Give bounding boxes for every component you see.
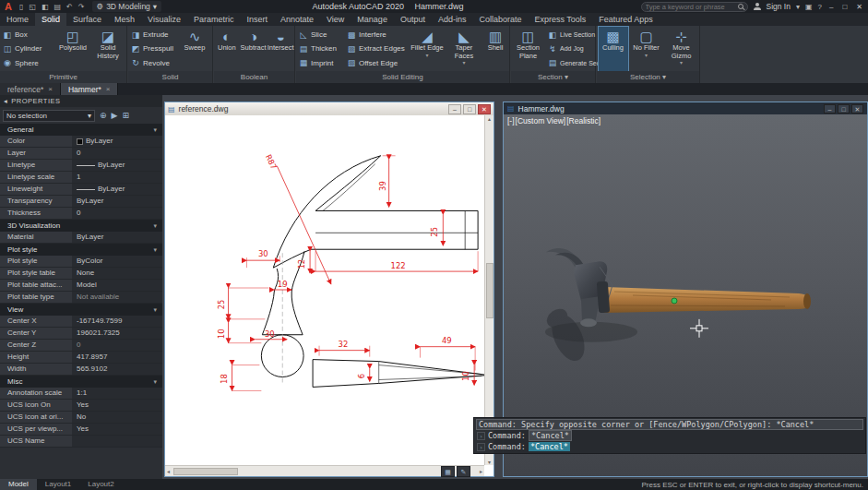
- tab-solid[interactable]: Solid: [35, 13, 66, 26]
- minimize-icon[interactable]: –: [448, 104, 461, 114]
- section-view[interactable]: View▾: [0, 304, 162, 316]
- command-history-line[interactable]: › Command: *Cancel*: [476, 430, 863, 441]
- scroll-left-icon[interactable]: ◂: [165, 468, 172, 474]
- shell-button[interactable]: ▥Shell: [482, 27, 508, 71]
- scrollbar-thumb[interactable]: [173, 468, 238, 475]
- property-value[interactable]: 1:1: [72, 388, 162, 399]
- property-value[interactable]: ByLayer: [72, 160, 162, 171]
- maximize-icon[interactable]: □: [838, 104, 850, 114]
- reference-drawing-canvas[interactable]: R87 39 25 30 12 122 19 25 10 30 32 49 18…: [165, 115, 484, 465]
- toggle-pickadd-icon[interactable]: ⊕: [100, 111, 107, 120]
- property-value[interactable]: Yes: [72, 424, 162, 435]
- box-button[interactable]: ◧Box: [1, 28, 54, 42]
- select-objects-icon[interactable]: ▶: [112, 111, 118, 120]
- cylinder-button[interactable]: ◫Cylinder: [1, 42, 54, 55]
- viewport-view-button[interactable]: [Custom View]: [516, 116, 566, 125]
- file-tab-reference[interactable]: reference*×: [0, 83, 61, 95]
- property-value[interactable]: ByLayer: [72, 184, 162, 195]
- tab-parametric[interactable]: Parametric: [187, 13, 241, 26]
- close-icon[interactable]: ✕: [856, 3, 862, 11]
- section-misc[interactable]: Misc▾: [0, 376, 162, 388]
- scroll-right-icon[interactable]: ▸: [478, 468, 484, 474]
- live-section-button[interactable]: ◧Live Section: [546, 28, 594, 42]
- help-icon[interactable]: ?: [818, 3, 822, 11]
- vertical-scrollbar[interactable]: ▴ ▾: [484, 115, 493, 465]
- hammer-window-titlebar[interactable]: ▤ Hammer.dwg – □ ✕: [504, 102, 867, 114]
- tab-insert[interactable]: Insert: [240, 13, 274, 26]
- section-plane-button[interactable]: ◫Section Plane: [511, 27, 545, 71]
- solid-history-button[interactable]: ◪Solid History: [90, 27, 125, 71]
- panel-label-solid-editing[interactable]: Solid Editing: [296, 71, 509, 83]
- scrollbar-thumb[interactable]: [486, 263, 493, 318]
- section-general[interactable]: General▾: [0, 124, 162, 136]
- app-logo-icon[interactable]: A: [0, 0, 17, 13]
- property-value[interactable]: None: [72, 268, 162, 279]
- grid-icon[interactable]: ▦: [441, 466, 455, 477]
- slice-button[interactable]: ◺Slice: [297, 28, 343, 42]
- app-store-icon[interactable]: ▣: [805, 3, 813, 11]
- viewport-style-button[interactable]: [Realistic]: [566, 116, 600, 125]
- tab-surface[interactable]: Surface: [66, 13, 108, 26]
- command-input-line[interactable]: › Command: *Cancel*: [476, 441, 863, 452]
- panel-label-section[interactable]: Section ▾: [511, 71, 595, 83]
- presspull-button[interactable]: ◩Presspull: [129, 42, 177, 55]
- tab-addins[interactable]: Add-ins: [432, 13, 473, 26]
- extract-edges-button[interactable]: ▧Extract Edges: [345, 42, 408, 55]
- culling-button[interactable]: ▩Culling: [599, 27, 628, 71]
- subtract-button[interactable]: ◑Subtract: [240, 27, 268, 71]
- property-value[interactable]: [72, 436, 162, 447]
- property-value[interactable]: 565.9102: [72, 364, 162, 375]
- move-gizmo-button[interactable]: ⊹Move Gizmo▾: [665, 27, 698, 71]
- tab-output[interactable]: Output: [394, 13, 432, 26]
- search-box[interactable]: [641, 2, 748, 12]
- fillet-edge-button[interactable]: ◢Fillet Edge▾: [409, 27, 446, 71]
- tab-view[interactable]: View: [320, 13, 351, 26]
- property-value[interactable]: 417.8957: [72, 352, 162, 363]
- tab-annotate[interactable]: Annotate: [274, 13, 320, 26]
- command-history-line[interactable]: Command: Specify opposite corner or [Fen…: [476, 419, 863, 430]
- open-file-icon[interactable]: ◱: [29, 3, 36, 11]
- panel-label-solid[interactable]: Solid: [128, 71, 212, 83]
- interfere-button[interactable]: ▩Interfere: [345, 28, 408, 42]
- section-3d-visualization[interactable]: 3D Visualization▾: [0, 220, 162, 232]
- plot-icon[interactable]: ▤: [54, 3, 62, 11]
- close-icon[interactable]: ✕: [851, 104, 863, 114]
- property-value[interactable]: 196021.7325: [72, 328, 162, 339]
- close-icon[interactable]: ×: [48, 85, 53, 93]
- close-icon[interactable]: ✕: [478, 104, 491, 114]
- viewport-controls-button[interactable]: [-]: [507, 116, 515, 125]
- recent-commands-icon[interactable]: ›: [477, 443, 485, 451]
- collapse-icon[interactable]: ◂: [4, 97, 7, 105]
- panel-label-primitive[interactable]: Primitive: [0, 71, 126, 83]
- section-plot-style[interactable]: Plot style▾: [0, 244, 162, 256]
- thicken-button[interactable]: ▤Thicken: [297, 42, 343, 55]
- scroll-up-icon[interactable]: ▴: [488, 115, 491, 122]
- reference-window-titlebar[interactable]: ▤ reference.dwg – □ ✕: [165, 102, 493, 115]
- tab-express-tools[interactable]: Express Tools: [528, 13, 592, 26]
- offset-edge-button[interactable]: ▨Offset Edge: [345, 56, 408, 70]
- redo-icon[interactable]: ↷: [78, 3, 85, 11]
- tab-featured-apps[interactable]: Featured Apps: [592, 13, 660, 26]
- property-value[interactable]: -167149.7599: [72, 316, 162, 327]
- property-value[interactable]: 0: [72, 148, 162, 159]
- sphere-button[interactable]: ◉Sphere: [1, 56, 54, 70]
- maximize-icon[interactable]: □: [842, 3, 847, 11]
- property-value[interactable]: ByLayer: [72, 196, 162, 207]
- minimize-icon[interactable]: –: [829, 3, 833, 11]
- generate-section-button[interactable]: ▤Generate Section: [546, 56, 594, 70]
- quick-select-icon[interactable]: ⊞: [122, 111, 129, 120]
- file-tab-hammer[interactable]: Hammer*×: [61, 83, 119, 95]
- sweep-button[interactable]: ∿Sweep: [178, 27, 211, 71]
- tab-manage[interactable]: Manage: [351, 13, 394, 26]
- property-value[interactable]: ByLayer: [72, 232, 162, 243]
- extrude-button[interactable]: ◨Extrude: [129, 28, 177, 42]
- model-tab[interactable]: Model: [0, 479, 37, 490]
- property-value[interactable]: 1: [72, 172, 162, 183]
- tab-visualize[interactable]: Visualize: [141, 13, 187, 26]
- sign-in-button[interactable]: Sign In: [767, 2, 791, 11]
- panel-label-selection[interactable]: Selection ▾: [597, 71, 699, 83]
- panel-label-boolean[interactable]: Boolean: [214, 71, 294, 83]
- taper-faces-button[interactable]: ◣Taper Faces▾: [446, 27, 482, 71]
- search-icon[interactable]: [738, 4, 743, 9]
- tab-home[interactable]: Home: [0, 13, 35, 26]
